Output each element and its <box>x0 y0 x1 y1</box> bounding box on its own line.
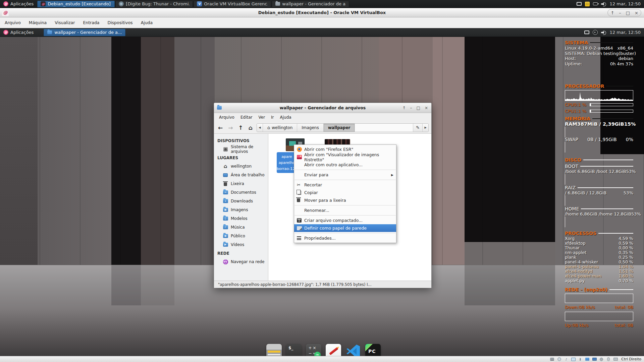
file-manager-menubar: Arquivo Editar Ver Ir Ajuda <box>214 113 431 122</box>
volume-icon[interactable] <box>601 2 606 6</box>
menu-ajuda[interactable]: Ajuda <box>138 19 156 26</box>
sidebar-item-documents[interactable]: ≡ Documentos <box>214 188 268 197</box>
menu-separator <box>294 233 396 233</box>
maximize-button[interactable]: □ <box>626 10 630 15</box>
dock-file-manager-icon[interactable] <box>266 344 282 356</box>
host-clock[interactable]: 12 mar, 12:50 <box>610 1 641 6</box>
menu-editar[interactable]: Editar <box>237 114 256 121</box>
dock-text-editor-icon[interactable] <box>326 344 341 356</box>
folder-icon <box>275 1 280 6</box>
vm-clock[interactable]: 12 mar, 12:50 <box>610 30 641 35</box>
vm-panel: @ Aplicações wallpaper - Gerenciador de … <box>0 28 644 37</box>
menu-maquina[interactable]: Máquina <box>25 19 50 26</box>
vm-applications-button[interactable]: @ Aplicações <box>0 28 37 37</box>
context-item-properties[interactable]: Propriedades... <box>294 234 396 242</box>
window-title: wallpaper - Gerenciador de arquivos <box>214 105 431 110</box>
context-item-cut[interactable]: ✂ Recortar <box>294 181 396 189</box>
file-manager-sidebar: DISPOSITIVOS Sistema de arquivos LUGARES… <box>214 134 268 281</box>
context-item-send-to[interactable]: Enviar para ▶ <box>294 171 396 179</box>
menu-entrada[interactable]: Entrada <box>79 19 103 26</box>
recording-status-icon[interactable] <box>599 357 604 361</box>
context-item-open-with-other[interactable]: Abrir com outro aplicativo... <box>294 161 396 169</box>
menu-arquivo[interactable]: Arquivo <box>216 114 237 121</box>
path-button-wallpaper[interactable]: wallpaper <box>324 124 355 132</box>
dock-terminal-icon[interactable]: $_ <box>286 344 302 356</box>
menu-separator <box>294 205 396 205</box>
menu-ajuda[interactable]: Ajuda <box>277 114 294 121</box>
menu-arquivo[interactable]: Arquivo <box>1 19 24 26</box>
context-item-rename[interactable]: Renomear... <box>294 206 396 214</box>
back-button[interactable]: ← <box>217 124 224 131</box>
display-status-icon[interactable] <box>592 357 597 361</box>
taskbar-item-debian-vm[interactable]: @ Debian_estudo [Executando] ... <box>37 1 115 7</box>
maximize-button[interactable]: □ <box>417 106 420 110</box>
battery-icon[interactable] <box>593 2 598 5</box>
path-bar: ◀ ⌂ wellington Imagens wallpaper ✎ ▶ <box>257 123 429 132</box>
path-scroll-right-icon[interactable]: ▶ <box>422 124 428 132</box>
menu-visualizar[interactable]: Visualizar <box>51 19 78 26</box>
conky-section-rede: REDE - (enp2s0) <box>565 287 633 293</box>
notes-icon[interactable] <box>585 2 590 6</box>
sidebar-item-music[interactable]: ♪ Música <box>214 223 268 232</box>
edit-path-button[interactable]: ✎ <box>413 124 422 132</box>
sidebar-item-public[interactable]: ◉ Público <box>214 232 268 240</box>
menu-dispositivos[interactable]: Dispositivos <box>104 19 136 26</box>
close-button[interactable]: × <box>635 10 638 15</box>
sidebar-item-templates[interactable]: ▯ Modelos <box>214 214 268 223</box>
sidebar-item-desktop[interactable]: Área de trabalho <box>214 171 268 179</box>
path-button-wellington[interactable]: ⌂ wellington <box>263 124 297 132</box>
minimize-button[interactable]: – <box>410 106 412 110</box>
dock-pycharm-icon[interactable]: PC <box>365 344 381 356</box>
context-item-open-with-ristretto[interactable]: Abrir com "Visualizador de imagens Ristr… <box>294 153 396 161</box>
vm-display-icon[interactable] <box>584 31 589 34</box>
up-button[interactable]: ↑ <box>237 124 245 131</box>
sidebar-item-downloads[interactable]: ↓ Downloads <box>214 197 268 205</box>
vm-power-manager-icon[interactable] <box>593 30 598 35</box>
taskbar-item-chromium[interactable]: [Digite Bug: Thunar - Chromi... <box>115 1 193 7</box>
home-button[interactable]: ⌂ <box>247 124 254 131</box>
dock-calculator-icon[interactable]: +×−= = <box>306 344 321 356</box>
usb-status-icon[interactable]: ᛒ <box>578 357 583 361</box>
file-manager-titlebar[interactable]: wallpaper - Gerenciador de arquivos ↑ – … <box>214 103 431 113</box>
home-icon: ⌂ <box>267 125 270 130</box>
vm-taskbar-item-file-manager[interactable]: wallpaper - Gerenciador de a... <box>44 29 125 36</box>
minimize-button[interactable]: – <box>619 10 621 15</box>
sidebar-item-trash[interactable]: Lixeira <box>214 179 268 188</box>
network-globe-icon <box>223 259 228 264</box>
taskbar-item-virtualbox-manager[interactable]: V Oracle VM VirtualBox Gerenc... <box>194 1 271 7</box>
shade-button[interactable]: ↑ <box>610 10 614 15</box>
path-scroll-left-icon[interactable]: ◀ <box>257 124 263 132</box>
context-item-copy[interactable]: Copiar <box>294 189 396 196</box>
menu-ver[interactable]: Ver <box>255 114 268 121</box>
sidebar-item-filesystem[interactable]: Sistema de arquivos <box>214 145 268 154</box>
archive-icon: ↓ <box>297 218 302 223</box>
close-button[interactable]: × <box>425 106 428 110</box>
context-item-set-as-wallpaper[interactable]: Definir como papel de parede <box>294 224 396 232</box>
sidebar-item-home[interactable]: ⌂ wellington <box>214 162 268 171</box>
shared-folder-status-icon[interactable] <box>585 357 590 361</box>
taskbar-item-file-manager[interactable]: wallpaper - Gerenciador de a... <box>272 1 349 7</box>
sidebar-item-videos[interactable]: ▶ Vídeos <box>214 240 268 249</box>
virtualbox-titlebar: @ Debian_estudo [Executando] - Oracle VM… <box>0 8 644 17</box>
menu-ir[interactable]: Ir <box>268 114 277 121</box>
keyboard-status-icon[interactable] <box>613 357 618 361</box>
path-button-imagens[interactable]: Imagens <box>297 124 323 132</box>
context-item-create-archive[interactable]: ↓ Criar arquivo compactado... <box>294 217 396 224</box>
context-item-move-to-trash[interactable]: Mover para a lixeira <box>294 196 396 204</box>
audio-status-icon[interactable]: ♪ <box>564 357 569 361</box>
virtualbox-window-title: Debian_estudo [Executando] - Oracle VM V… <box>0 10 644 15</box>
sidebar-item-browse-network[interactable]: Navegar na rede <box>214 257 268 266</box>
cd-status-icon[interactable] <box>557 357 561 361</box>
forward-button[interactable]: → <box>227 124 234 131</box>
vm-volume-icon[interactable] <box>601 30 606 35</box>
sidebar-item-pictures[interactable]: ▣ Imagens <box>214 205 268 214</box>
dock-vscode-icon[interactable] <box>345 344 361 356</box>
mouse-status-icon[interactable] <box>606 357 611 361</box>
hdd-status-icon[interactable] <box>550 357 554 361</box>
shade-button[interactable]: ↑ <box>402 106 406 110</box>
host-applications-button[interactable]: @ Aplicações <box>0 0 37 8</box>
network-status-icon[interactable] <box>571 357 576 361</box>
display-settings-icon[interactable] <box>577 2 582 6</box>
context-menu: Abrir com "Firefox ESR" Abrir com "Visua… <box>294 144 396 243</box>
firefox-icon <box>297 147 302 152</box>
